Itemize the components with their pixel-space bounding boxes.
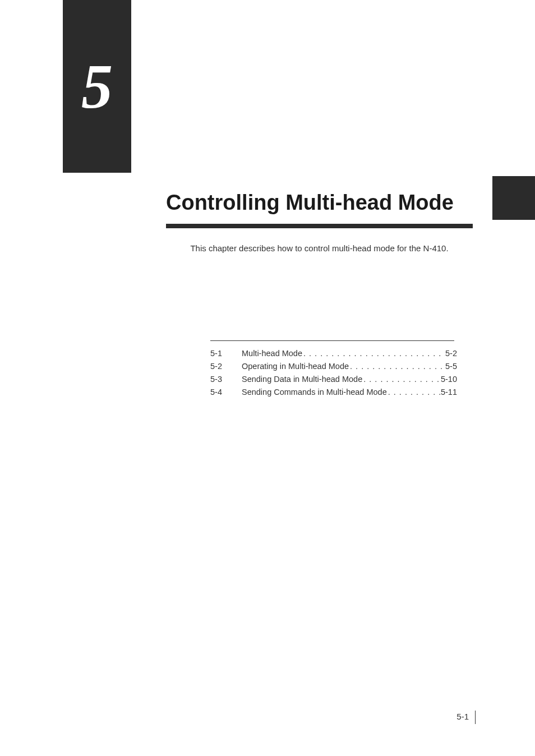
toc-leader-dots: . . . . . . . . . . . . . . . . . . . . … [387,388,441,397]
chapter-title: Controlling Multi-head Mode [166,191,454,215]
toc-section-number: 5-3 [210,375,242,384]
side-tab [492,176,535,220]
chapter-description: This chapter describes how to control mu… [166,243,473,253]
toc-entry-title: Multi-head Mode [242,349,302,358]
toc-leader-dots: . . . . . . . . . . . . . . . . . . . . … [362,375,441,384]
toc-page-number: 5-10 [441,375,457,384]
toc-entry: 5-1 Multi-head Mode . . . . . . . . . . … [210,349,457,358]
toc-entry-title: Sending Data in Multi-head Mode [242,375,362,384]
table-of-contents: 5-1 Multi-head Mode . . . . . . . . . . … [210,349,457,400]
toc-page-number: 5-2 [445,349,457,358]
toc-top-rule [210,340,454,341]
toc-entry-title: Sending Commands in Multi-head Mode [242,388,387,397]
page-number-rule [475,711,476,724]
chapter-number-box: 5 [63,0,131,173]
toc-section-number: 5-4 [210,388,242,397]
toc-page-number: 5-5 [445,362,457,371]
title-underline [166,224,473,228]
toc-entry: 5-2 Operating in Multi-head Mode . . . .… [210,362,457,371]
toc-entry-title: Operating in Multi-head Mode [242,362,349,371]
toc-leader-dots: . . . . . . . . . . . . . . . . . . . . … [349,362,445,371]
toc-page-number: 5-11 [441,388,457,397]
toc-section-number: 5-2 [210,362,242,371]
page-number: 5-1 [456,712,469,721]
toc-section-number: 5-1 [210,349,242,358]
toc-entry: 5-4 Sending Commands in Multi-head Mode … [210,388,457,397]
toc-leader-dots: . . . . . . . . . . . . . . . . . . . . … [302,349,445,358]
chapter-number: 5 [81,50,113,123]
toc-entry: 5-3 Sending Data in Multi-head Mode . . … [210,375,457,384]
